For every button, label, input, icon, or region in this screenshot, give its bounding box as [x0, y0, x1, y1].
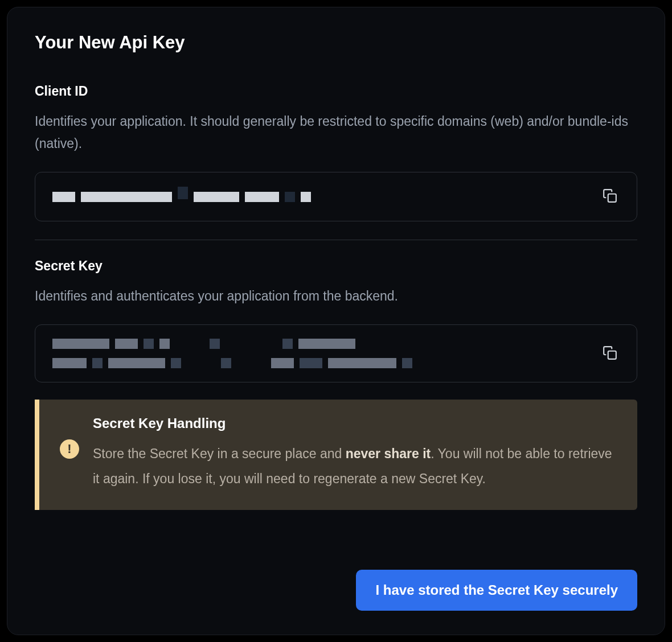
- warning-title: Secret Key Handling: [93, 415, 617, 431]
- client-id-value: [52, 192, 589, 202]
- warning-icon: !: [60, 439, 79, 459]
- modal-footer: I have stored the Secret Key securely: [35, 542, 637, 611]
- copy-secret-key-button[interactable]: [600, 343, 620, 364]
- client-id-title: Client ID: [35, 84, 637, 99]
- secret-key-description: Identifies and authenticates your applic…: [35, 285, 637, 307]
- client-id-field: [35, 172, 637, 221]
- secret-key-title: Secret Key: [35, 258, 637, 274]
- copy-icon: [603, 345, 617, 362]
- api-key-modal: Your New Api Key Client ID Identifies yo…: [7, 7, 665, 635]
- warning-text: Store the Secret Key in a secure place a…: [93, 442, 617, 491]
- svg-rect-0: [608, 194, 616, 202]
- section-divider: [35, 240, 637, 240]
- copy-client-id-button[interactable]: [600, 186, 620, 207]
- warning-box: ! Secret Key Handling Store the Secret K…: [35, 400, 637, 509]
- svg-rect-1: [608, 351, 616, 359]
- copy-icon: [603, 188, 617, 205]
- secret-key-value: [52, 339, 589, 368]
- client-id-section: Client ID Identifies your application. I…: [35, 84, 637, 221]
- warning-content: Secret Key Handling Store the Secret Key…: [93, 415, 617, 491]
- confirm-button[interactable]: I have stored the Secret Key securely: [356, 570, 637, 611]
- client-id-description: Identifies your application. It should g…: [35, 110, 637, 155]
- secret-key-section: Secret Key Identifies and authenticates …: [35, 258, 637, 382]
- modal-title: Your New Api Key: [35, 32, 637, 53]
- secret-key-field: [35, 324, 637, 382]
